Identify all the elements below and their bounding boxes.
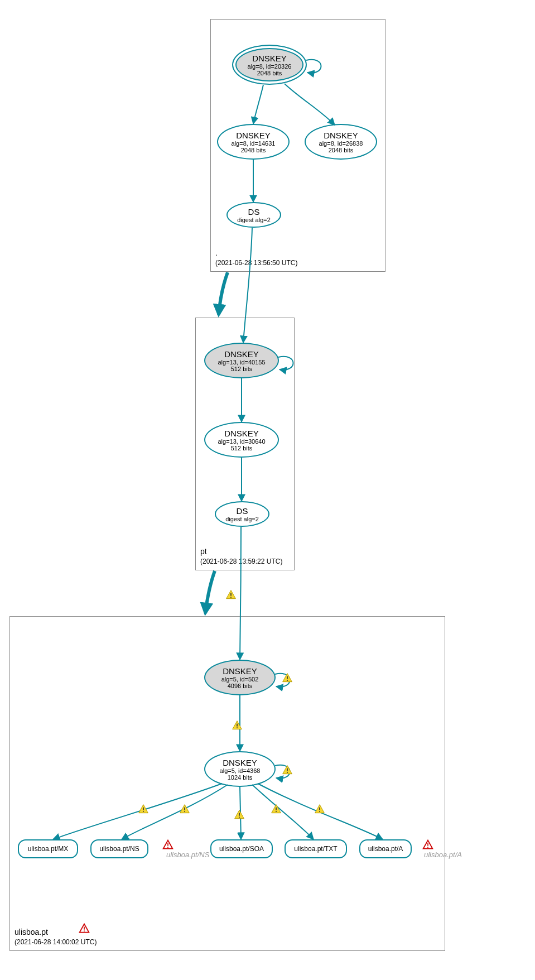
error-icon [162, 839, 174, 851]
zone-root-ts: (2021-06-28 13:56:50 UTC) [215, 258, 297, 268]
node-sub2: 2048 bits [218, 147, 288, 153]
node-sub1: alg=5, id=502 [205, 676, 274, 683]
node-rr-txt: ulisboa.pt/TXT [285, 839, 347, 858]
node-root-key2: DNSKEY alg=8, id=26838 2048 bits [305, 124, 377, 160]
zone-root-name: . [215, 248, 297, 259]
node-pt-ds: DS digest alg=2 [215, 501, 269, 527]
node-sub1: alg=8, id=20326 [233, 63, 306, 70]
node-title: DNSKEY [205, 429, 278, 438]
node-root-ksk: DNSKEY alg=8, id=20326 2048 bits [232, 45, 307, 85]
node-ulisboa-ksk: DNSKEY alg=5, id=502 4096 bits [204, 660, 276, 695]
node-rr-mx: ulisboa.pt/MX [18, 839, 78, 858]
node-title: DS [228, 207, 280, 217]
ghost-a: ulisboa.pt/A [424, 851, 462, 859]
zone-ulisboa-ts: (2021-06-28 14:00:02 UTC) [15, 938, 97, 947]
node-sub1: alg=8, id=14631 [218, 140, 288, 147]
zone-pt-name: pt [200, 546, 282, 558]
node-sub1: alg=13, id=30640 [205, 438, 278, 445]
warning-icon [225, 589, 237, 601]
node-rr-ns: ulisboa.pt/NS [90, 839, 148, 858]
error-icon [422, 839, 434, 851]
node-root-zsk: DNSKEY alg=8, id=14631 2048 bits [217, 124, 290, 160]
node-rr-soa: ulisboa.pt/SOA [210, 839, 273, 858]
node-sub2: 2048 bits [233, 70, 306, 76]
node-sub2: 2048 bits [306, 147, 376, 153]
rr-label: ulisboa.pt/A [360, 845, 411, 853]
rr-label: ulisboa.pt/NS [91, 845, 147, 853]
zone-pt-ts: (2021-06-28 13:59:22 UTC) [200, 557, 282, 566]
warning-icon [137, 804, 150, 815]
node-sub1: alg=5, id=4368 [205, 767, 274, 774]
warning-icon [281, 672, 293, 684]
node-rr-a: ulisboa.pt/A [359, 839, 412, 858]
node-pt-zsk: DNSKEY alg=13, id=30640 512 bits [204, 422, 279, 458]
node-title: DNSKEY [205, 758, 274, 767]
rr-label: ulisboa.pt/MX [19, 845, 77, 853]
node-sub2: 512 bits [205, 366, 278, 372]
node-sub1: digest alg=2 [216, 516, 268, 522]
warning-icon [270, 804, 282, 815]
ghost-ns: ulisboa.pt/NS [166, 851, 209, 859]
node-title: DS [216, 506, 268, 516]
node-sub1: digest alg=2 [228, 217, 280, 223]
node-sub2: 1024 bits [205, 774, 274, 781]
node-title: DNSKEY [205, 349, 278, 359]
rr-label: ulisboa.pt/SOA [211, 845, 272, 853]
node-sub1: alg=8, id=26838 [306, 140, 376, 147]
node-sub1: alg=13, id=40155 [205, 359, 278, 366]
warning-icon [314, 804, 326, 815]
warning-icon [281, 765, 293, 776]
node-title: DNSKEY [205, 666, 274, 676]
node-pt-ksk: DNSKEY alg=13, id=40155 512 bits [204, 343, 279, 378]
warning-icon [179, 804, 191, 815]
node-title: DNSKEY [218, 131, 288, 140]
rr-label: ulisboa.pt/TXT [286, 845, 346, 853]
node-title: DNSKEY [233, 54, 306, 63]
error-icon [78, 923, 90, 934]
node-root-ds: DS digest alg=2 [226, 202, 281, 228]
node-sub2: 4096 bits [205, 683, 274, 689]
warning-icon [233, 809, 245, 820]
warning-icon [231, 720, 243, 731]
node-sub2: 512 bits [205, 445, 278, 451]
node-title: DNSKEY [306, 131, 376, 140]
node-ulisboa-zsk: DNSKEY alg=5, id=4368 1024 bits [204, 751, 276, 787]
